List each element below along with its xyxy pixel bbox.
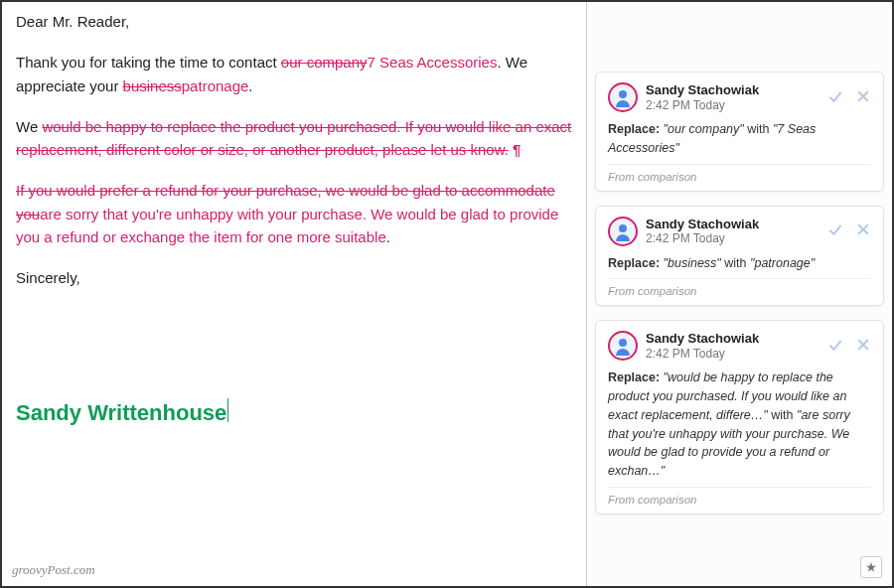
comment-time: 2:42 PM Today: [646, 98, 827, 112]
comment-time: 2:42 PM Today: [646, 347, 827, 361]
suggestion-body: Replace: "business" with "patronage": [608, 254, 871, 273]
accept-icon[interactable]: [827, 221, 843, 240]
explore-button[interactable]: [860, 556, 882, 578]
suggestion-body: Replace: "our company" with "7 Seas Acce…: [608, 120, 871, 158]
suggestion-body: Replace: "would be happy to replace the …: [608, 368, 871, 481]
inserted-text: are sorry that you're unhappy with your …: [16, 206, 558, 245]
deleted-text: our company: [281, 54, 368, 71]
with-word: with: [724, 256, 746, 270]
closing-line: Sincerely,: [16, 266, 572, 289]
avatar: [608, 217, 638, 246]
signature: Sandy Writtenhouse: [16, 396, 226, 430]
replace-label: Replace:: [608, 122, 660, 136]
suggestion-card[interactable]: Sandy Stachowiak 2:42 PM Today Replace: …: [595, 320, 884, 514]
replace-label: Replace:: [608, 256, 660, 270]
suggestion-source: From comparison: [608, 487, 871, 506]
commenter-name: Sandy Stachowiak: [646, 331, 827, 347]
replace-label: Replace:: [608, 370, 660, 384]
new-text: "patronage": [750, 256, 815, 270]
pilcrow-icon: ¶: [509, 141, 522, 158]
deleted-text: would be happy to replace the product yo…: [16, 118, 571, 158]
text-run: Thank you for taking the time to contact: [16, 54, 281, 71]
reject-icon[interactable]: [855, 88, 871, 107]
watermark: groovyPost.com: [12, 560, 95, 580]
comments-sidebar: Sandy Stachowiak 2:42 PM Today Replace: …: [586, 2, 892, 586]
commenter-name: Sandy Stachowiak: [646, 82, 827, 98]
suggestion-source: From comparison: [608, 164, 871, 183]
inserted-text: 7 Seas Accessories: [368, 54, 498, 71]
accept-icon[interactable]: [827, 88, 843, 107]
inserted-text: patronage: [182, 77, 249, 94]
suggestion-card[interactable]: Sandy Stachowiak 2:42 PM Today Replace: …: [595, 206, 884, 307]
text-run: We: [16, 118, 42, 135]
old-text: "our company": [664, 122, 744, 136]
text-run: .: [248, 77, 252, 94]
accept-icon[interactable]: [827, 337, 843, 356]
greeting-line: Dear Mr. Reader,: [16, 10, 572, 33]
deleted-text: business: [123, 77, 182, 94]
paragraph-3: If you would prefer a refund for your pu…: [16, 179, 572, 248]
paragraph-1: Thank you for taking the time to contact…: [16, 51, 572, 97]
comment-time: 2:42 PM Today: [646, 231, 827, 245]
suggestion-source: From comparison: [608, 278, 871, 297]
reject-icon[interactable]: [855, 337, 871, 356]
suggestion-card[interactable]: Sandy Stachowiak 2:42 PM Today Replace: …: [595, 72, 884, 192]
with-word: with: [771, 408, 793, 422]
commenter-name: Sandy Stachowiak: [646, 217, 827, 232]
avatar: [608, 82, 638, 112]
old-text: "business": [664, 256, 721, 270]
text-run: .: [386, 228, 390, 245]
avatar: [608, 331, 638, 361]
document-editor[interactable]: Dear Mr. Reader, Thank you for taking th…: [2, 2, 586, 586]
paragraph-2: We would be happy to replace the product…: [16, 115, 572, 162]
with-word: with: [747, 122, 769, 136]
reject-icon[interactable]: [855, 221, 871, 240]
